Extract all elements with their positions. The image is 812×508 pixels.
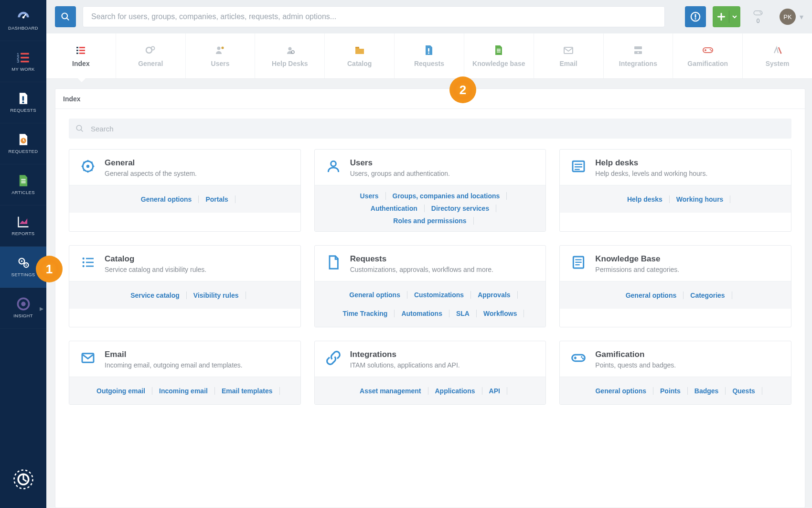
- gears-icon: [16, 257, 31, 269]
- settings-link[interactable]: Outgoing email: [90, 387, 152, 395]
- sidebar-item-label: INSIGHT: [13, 313, 33, 318]
- tab-help-desks[interactable]: Help Desks: [255, 33, 324, 78]
- avatar: PK: [780, 9, 796, 25]
- insight-icon: [16, 298, 31, 310]
- svg-point-52: [710, 50, 712, 52]
- settings-link[interactable]: Roles and permissions: [386, 217, 473, 225]
- sidebar-item-label: MY WORK: [11, 66, 34, 72]
- settings-link[interactable]: Users: [353, 192, 386, 200]
- settings-link[interactable]: General options: [342, 291, 407, 299]
- sidebar-item-articles[interactable]: ARTICLES: [0, 164, 46, 205]
- search-button[interactable]: [55, 6, 76, 27]
- settings-link[interactable]: Help desks: [620, 195, 670, 203]
- svg-point-64: [83, 265, 85, 267]
- settings-link[interactable]: Points: [653, 387, 688, 395]
- sidebar-item-dashboard[interactable]: DASHBOARD: [0, 0, 46, 41]
- tab-knowledge-base[interactable]: Knowledge base: [464, 33, 534, 78]
- settings-link[interactable]: Categories: [684, 292, 732, 299]
- settings-link[interactable]: Directory services: [425, 205, 496, 212]
- notification-button[interactable]: [685, 6, 706, 27]
- sidebar-item-reports[interactable]: REPORTS: [0, 205, 46, 247]
- tab-general[interactable]: General: [116, 33, 185, 78]
- card-icon: [80, 254, 96, 270]
- svg-rect-4: [21, 53, 29, 55]
- card-description: Customizations, approvals, workflows and…: [350, 266, 493, 273]
- svg-rect-31: [79, 47, 85, 48]
- tab-index[interactable]: Index: [46, 33, 116, 78]
- settings-link[interactable]: General options: [134, 195, 199, 203]
- card-title: Requests: [350, 254, 493, 264]
- global-search-input[interactable]: [83, 6, 665, 27]
- page-title: Index: [55, 89, 805, 109]
- svg-point-74: [581, 356, 582, 357]
- settings-card-users: UsersUsers, groups and authentication.Us…: [314, 149, 546, 232]
- settings-link[interactable]: Working hours: [670, 195, 731, 203]
- tab-integrations[interactable]: Integrations: [603, 33, 673, 78]
- svg-point-56: [86, 165, 89, 168]
- card-icon: [325, 158, 342, 174]
- gamification-points[interactable]: 0: [747, 10, 769, 24]
- settings-link[interactable]: API: [482, 387, 507, 395]
- app-logo: [0, 451, 46, 508]
- svg-text:3: 3: [17, 59, 19, 64]
- tab-label: Knowledge base: [472, 60, 525, 67]
- settings-link[interactable]: Portals: [199, 195, 235, 203]
- settings-link[interactable]: Approvals: [471, 291, 517, 299]
- svg-rect-28: [76, 47, 78, 48]
- tab-email[interactable]: Email: [534, 33, 603, 78]
- tab-label: Users: [211, 60, 230, 67]
- card-title: General: [105, 158, 197, 168]
- settings-link[interactable]: Incoming email: [152, 387, 215, 395]
- card-icon: [570, 158, 587, 174]
- tab-catalog[interactable]: Catalog: [324, 33, 394, 78]
- settings-link[interactable]: Visibility rules: [187, 292, 246, 299]
- user-menu[interactable]: PK ▾: [780, 9, 803, 25]
- sidebar-item-requested[interactable]: REQUESTED: [0, 123, 46, 164]
- svg-point-37: [221, 46, 224, 49]
- settings-link[interactable]: Service catalog: [124, 292, 187, 299]
- svg-rect-66: [86, 262, 94, 263]
- settings-link[interactable]: Automations: [395, 310, 449, 317]
- settings-link[interactable]: SLA: [449, 310, 477, 317]
- chevron-down-icon: [732, 14, 737, 19]
- create-button[interactable]: [713, 6, 740, 27]
- svg-point-51: [709, 49, 711, 50]
- settings-card-requests: RequestsCustomizations, approvals, workf…: [314, 245, 546, 327]
- svg-rect-60: [575, 166, 582, 167]
- svg-rect-47: [634, 46, 642, 49]
- settings-link[interactable]: Quests: [726, 387, 762, 395]
- svg-point-18: [21, 302, 25, 306]
- tab-label: Email: [559, 60, 577, 67]
- tab-label: Help Desks: [272, 60, 308, 67]
- settings-link[interactable]: General options: [619, 292, 684, 299]
- svg-point-42: [428, 52, 429, 54]
- sidebar-item-mywork[interactable]: 123 MY WORK: [0, 41, 46, 82]
- settings-link[interactable]: Authentication: [364, 205, 425, 212]
- settings-link[interactable]: Email templates: [215, 387, 280, 395]
- svg-rect-46: [564, 47, 573, 54]
- tab-requests[interactable]: Requests: [394, 33, 464, 78]
- index-search-input[interactable]: [69, 119, 791, 139]
- card-description: Help desks, levels and working hours.: [595, 170, 707, 177]
- settings-link[interactable]: Customizations: [407, 291, 471, 299]
- tab-users[interactable]: Users: [185, 33, 255, 78]
- tab-system[interactable]: System: [742, 33, 812, 78]
- settings-link[interactable]: Time Tracking: [336, 310, 395, 317]
- settings-link[interactable]: Groups, companies and locations: [386, 192, 507, 200]
- card-icon: [325, 254, 342, 270]
- svg-rect-32: [79, 50, 85, 51]
- settings-link[interactable]: Applications: [428, 387, 482, 395]
- svg-point-24: [695, 18, 696, 20]
- settings-link[interactable]: Asset management: [353, 387, 428, 395]
- tab-gamification[interactable]: Gamification: [673, 33, 742, 78]
- svg-rect-7: [22, 96, 24, 100]
- settings-link[interactable]: Badges: [688, 387, 726, 395]
- tab-label: System: [766, 60, 790, 67]
- sidebar-item-requests[interactable]: REQUESTS: [0, 82, 46, 123]
- sidebar-item-insight[interactable]: INSIGHT ▸: [0, 288, 46, 329]
- settings-link[interactable]: Workflows: [477, 310, 524, 317]
- card-description: Permissions and categories.: [595, 266, 679, 273]
- settings-link[interactable]: General options: [588, 387, 653, 395]
- svg-rect-61: [575, 169, 580, 170]
- plus-icon: [716, 12, 726, 22]
